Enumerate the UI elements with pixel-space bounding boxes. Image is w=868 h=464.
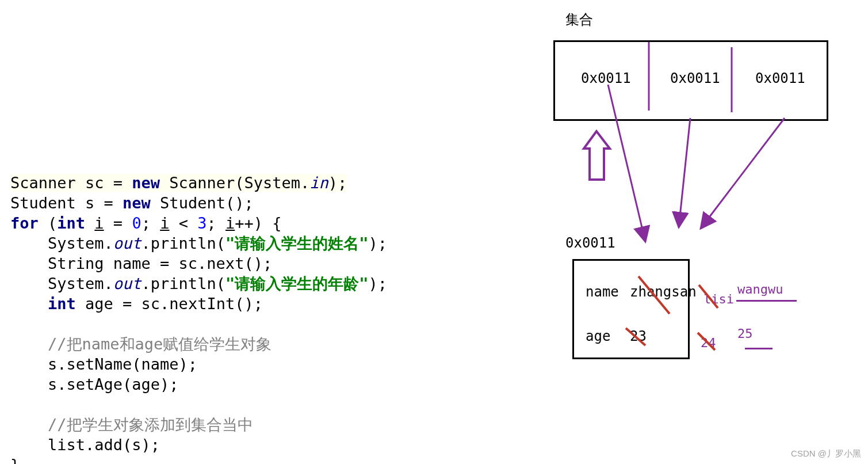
svg-line-4 [701,118,785,229]
underline-2 [745,348,773,349]
watermark: CSDN @丿罗小黑 [791,448,861,459]
final-wangwu: wangwu [737,282,783,296]
field-age: age [586,328,610,344]
value-name: zhangsan [630,284,697,300]
value-age: 23 [630,328,647,344]
cell-2: 0x0011 [755,70,805,86]
collection-title: 集合 [565,10,593,29]
crossed-lisi: lisi [703,292,734,306]
cell-1: 0x0011 [670,70,720,86]
cell-0: 0x0011 [581,70,631,86]
svg-line-3 [679,118,690,227]
underline-1 [736,300,797,302]
final-25: 25 [737,326,753,341]
crossed-24: 24 [701,336,716,350]
code-block: Scanner sc = new Scanner(System.in); Stu… [10,153,387,464]
object-address: 0x0011 [565,235,615,251]
field-name: name [586,284,619,300]
